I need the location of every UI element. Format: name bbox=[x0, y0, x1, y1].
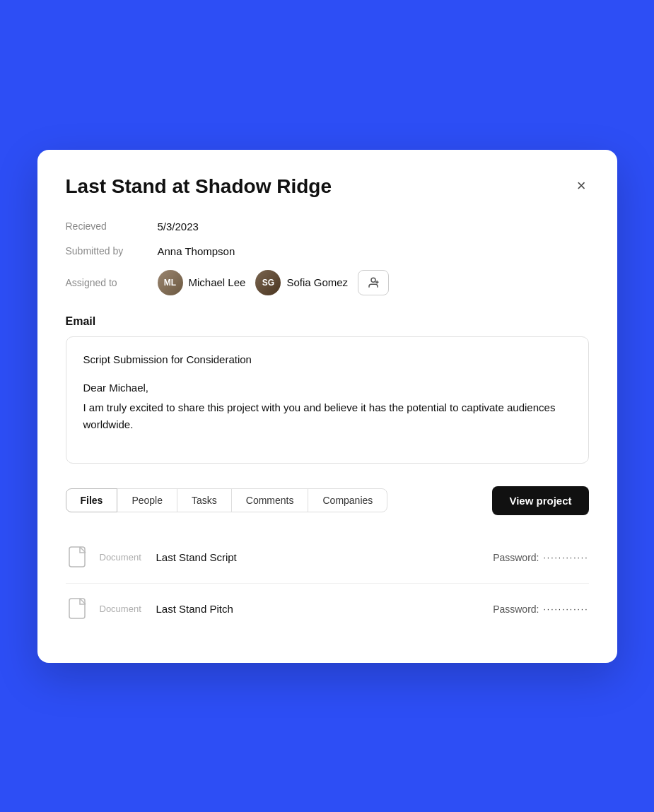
file-type-1: Document bbox=[100, 552, 156, 563]
add-assignee-button[interactable] bbox=[358, 270, 389, 295]
file-password-2: Password: ············ bbox=[493, 604, 588, 615]
document-icon-2 bbox=[66, 596, 91, 622]
svg-point-0 bbox=[371, 278, 375, 282]
files-section: Document Last Stand Script Password: ···… bbox=[66, 532, 589, 635]
received-row: Recieved 5/3/2023 bbox=[66, 220, 589, 233]
email-greeting: Dear Michael, bbox=[83, 379, 571, 396]
tab-tasks[interactable]: Tasks bbox=[177, 488, 232, 512]
submitted-row: Submitted by Anna Thompson bbox=[66, 245, 589, 257]
password-dots-1: ············ bbox=[543, 553, 588, 563]
tabs-row: Files People Tasks Comments Companies Vi… bbox=[66, 481, 589, 515]
add-person-icon bbox=[367, 276, 380, 289]
tab-files[interactable]: Files bbox=[66, 488, 118, 512]
file-row-1: Document Last Stand Script Password: ···… bbox=[66, 532, 589, 584]
document-icon-1 bbox=[66, 545, 91, 570]
assignee-sofia-name: Sofia Gomez bbox=[286, 276, 348, 288]
assignees-list: ML Michael Lee SG Sofia Gomez bbox=[158, 270, 390, 295]
tab-companies[interactable]: Companies bbox=[308, 488, 387, 512]
modal-title: Last Stand at Shadow Ridge bbox=[66, 175, 332, 198]
submitted-label: Submitted by bbox=[66, 245, 158, 257]
assigned-row: Assigned to ML Michael Lee SG Sofia Gome… bbox=[66, 270, 589, 295]
assignee-michael-name: Michael Lee bbox=[189, 276, 246, 288]
close-button[interactable]: × bbox=[574, 175, 589, 196]
received-label: Recieved bbox=[66, 220, 158, 232]
file-name-2: Last Stand Pitch bbox=[156, 603, 494, 615]
file-row-2: Document Last Stand Pitch Password: ····… bbox=[66, 584, 589, 635]
modal-header: Last Stand at Shadow Ridge × bbox=[66, 175, 589, 198]
received-value: 5/3/2023 bbox=[158, 220, 199, 233]
assigned-label: Assigned to bbox=[66, 277, 158, 288]
email-subject: Script Submission for Consideration bbox=[83, 351, 571, 368]
submitted-value: Anna Thompson bbox=[158, 245, 235, 257]
view-project-button[interactable]: View project bbox=[492, 486, 588, 515]
email-section: Email Script Submission for Consideratio… bbox=[66, 315, 589, 464]
file-name-1: Last Stand Script bbox=[156, 551, 494, 563]
email-body: Script Submission for Consideration Dear… bbox=[66, 336, 589, 464]
avatar-michael: ML bbox=[158, 270, 183, 295]
assignee-sofia: SG Sofia Gomez bbox=[255, 270, 348, 295]
email-label: Email bbox=[66, 315, 589, 328]
tab-comments[interactable]: Comments bbox=[231, 488, 309, 512]
file-type-2: Document bbox=[100, 604, 156, 614]
assignee-michael: ML Michael Lee bbox=[158, 270, 246, 295]
tabs-container: Files People Tasks Comments Companies bbox=[66, 488, 388, 512]
meta-section: Recieved 5/3/2023 Submitted by Anna Thom… bbox=[66, 220, 589, 295]
file-password-1: Password: ············ bbox=[493, 552, 588, 563]
password-label-1: Password: bbox=[493, 552, 539, 563]
modal: Last Stand at Shadow Ridge × Recieved 5/… bbox=[37, 150, 617, 663]
avatar-sofia: SG bbox=[255, 270, 281, 295]
tab-people[interactable]: People bbox=[117, 488, 177, 512]
email-content: I am truly excited to share this project… bbox=[83, 399, 571, 433]
password-label-2: Password: bbox=[493, 604, 539, 615]
password-dots-2: ············ bbox=[543, 604, 588, 614]
